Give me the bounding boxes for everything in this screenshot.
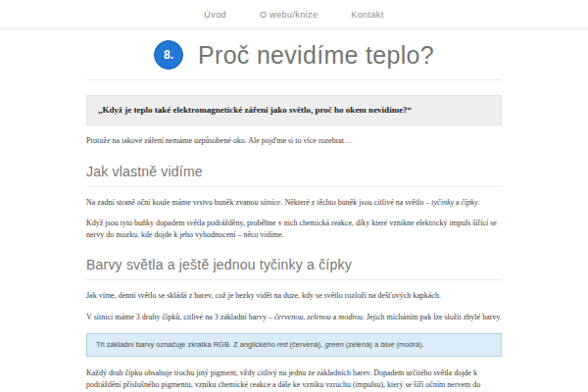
page-title: Proč nevidíme teplo?: [198, 41, 434, 70]
article-content: 8. Proč nevidíme teplo? „Když je teplo t…: [86, 40, 502, 392]
top-navigation: Úvod O webu/knize Kontakt: [0, 0, 588, 29]
paragraph-chemicka-reakce: Když jsou tyto buňky dopadem světla podr…: [86, 218, 502, 240]
nav-link-kontakt[interactable]: Kontakt: [351, 10, 383, 20]
paragraph-sitnice: Na zadní straně oční koule máme vrstvu b…: [86, 197, 502, 209]
rgb-info-box: Tři základní barvy označuje zkratka RGB.…: [86, 333, 502, 357]
paragraph-pigmenty: Každý druh čípku obsahuje trochu jiný pi…: [86, 368, 502, 392]
paragraph-tri-druhy-cipku: V sítnici máme 3 druhy čípků, citlivé na…: [86, 312, 502, 323]
paragraph-duha: Jak víme, denní světlo se skládá z barev…: [86, 290, 502, 302]
nav-link-o-webu-knize[interactable]: O webu/knize: [260, 10, 318, 20]
intro-paragraph: Protože na takové záření nemáme uzpůsobe…: [86, 135, 502, 147]
question-quote-box: „Když je teplo také elektromagnetické zá…: [86, 95, 502, 125]
chapter-number-badge: 8.: [154, 40, 183, 70]
section-heading-barvy-svetla: Barvy světla a ještě jednou tyčinky a čí…: [86, 257, 502, 280]
nav-link-uvod[interactable]: Úvod: [204, 10, 226, 20]
chapter-header: 8. Proč nevidíme teplo?: [86, 40, 502, 80]
section-heading-jak-vlastne-vidime: Jak vlastně vidíme: [86, 164, 502, 187]
